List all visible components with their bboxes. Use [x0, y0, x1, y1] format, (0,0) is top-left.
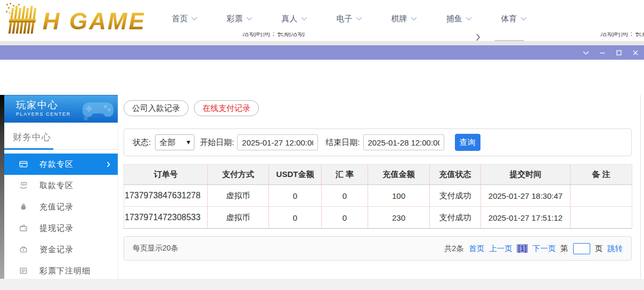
window-dropdown-button[interactable] — [583, 49, 589, 57]
chevron-down-icon — [356, 17, 362, 21]
hand-money-icon — [19, 181, 28, 190]
sidebar-subtitle: PLAYERS CENTER — [16, 111, 71, 117]
sidebar-item-deposit[interactable]: 存款专区 — [4, 154, 118, 175]
left-shadow-strip — [0, 95, 4, 279]
app-window: H GAME 首页 彩票 真人 电子 棋牌 — [0, 0, 644, 290]
total-count: 共2条 — [444, 244, 464, 254]
start-date-input[interactable] — [237, 134, 318, 150]
cell-recharge-status: 支付成功 — [430, 185, 481, 207]
window-close-button[interactable] — [632, 49, 639, 57]
column-header-usdt-amount: USDT金额 — [269, 165, 322, 185]
end-date-input[interactable] — [363, 134, 444, 150]
page-size-text: 每页显示20条 — [133, 244, 178, 253]
column-header-exchange-rate: 汇 率 — [322, 165, 368, 185]
column-header-order-id: 订单号 — [124, 165, 208, 185]
status-label: 状态: — [133, 138, 151, 148]
logo-text: H GAME — [43, 8, 144, 34]
sidebar-item-funds-records[interactable]: 资金记录 — [4, 239, 118, 260]
cell-payment-method: 虚拟币 — [208, 185, 269, 207]
cell-payment-method: 虚拟币 — [208, 207, 269, 229]
search-button[interactable]: 查询 — [455, 134, 480, 151]
chevron-down-icon — [191, 17, 198, 21]
end-date-label: 结束日期: — [325, 138, 360, 148]
sidebar-item-withdraw[interactable]: 取款专区 — [4, 175, 118, 196]
site-header: H GAME 首页 彩票 真人 电子 棋牌 — [0, 0, 644, 37]
gamepad-icon — [81, 97, 115, 122]
table-row: 1737971472308533 虚拟币 0 0 230 支付成功 2025-0… — [124, 207, 632, 229]
records-table: 订单号 支付方式 USDT金额 汇 率 充值金额 充值状态 提交时间 备 注 1… — [124, 164, 632, 229]
page-next-link[interactable]: 下一页 — [533, 244, 556, 254]
pagination-bar: 每页显示20条 共2条 首页 上一页 [1] 下一页 第 页 跳转 — [124, 236, 632, 261]
sidebar-section-underline — [4, 148, 118, 150]
background-banner-text: 活动时间：长期活动 — [242, 33, 322, 39]
chevron-down-icon — [583, 51, 589, 55]
sidebar-header: 玩家中心 PLAYERS CENTER — [4, 95, 118, 123]
player-center-sidebar: 玩家中心 PLAYERS CENTER 财务中心 存款专区 — [4, 95, 118, 279]
filter-bar: 状态: 全部 ▼ 开始日期: 结束日期: 查询 — [124, 128, 632, 156]
column-header-recharge-amount: 充值金额 — [368, 165, 430, 185]
page-jump-button[interactable]: 跳转 — [607, 244, 623, 254]
chevron-down-icon — [411, 17, 417, 21]
table-row: 1737973847631278 虚拟币 0 0 100 支付成功 2025-0… — [124, 185, 632, 207]
chevron-right-icon — [107, 162, 110, 167]
panel-right-border — [640, 95, 641, 279]
chevron-right-icon — [476, 34, 480, 41]
cell-exchange-rate: 0 — [322, 185, 368, 207]
money-bag-icon — [19, 203, 28, 211]
chevron-down-icon — [520, 17, 527, 21]
chevron-down-icon — [246, 17, 252, 21]
main-nav: 首页 彩票 真人 电子 棋牌 捕鱼 — [157, 0, 541, 37]
window-minimize-button[interactable] — [599, 49, 606, 57]
cell-submit-time: 2025-01-27 17:51:12 — [481, 207, 570, 229]
nav-item-lottery[interactable]: 彩票 — [212, 0, 267, 37]
window-maximize-button[interactable] — [616, 49, 622, 57]
sidebar-item-lottery-bets[interactable]: 彩票下注明细 — [4, 260, 118, 281]
cell-usdt-amount: 0 — [269, 185, 322, 207]
bank-card-icon — [19, 160, 28, 168]
chevron-down-icon — [466, 17, 472, 21]
modal-titlebar[interactable] — [0, 45, 644, 60]
table-header-row: 订单号 支付方式 USDT金额 汇 率 充值金额 充值状态 提交时间 备 注 — [124, 165, 632, 185]
nav-item-home[interactable]: 首页 — [157, 0, 212, 37]
page-jump-input[interactable] — [573, 243, 590, 254]
column-header-remark: 备 注 — [570, 165, 632, 185]
cell-remark — [570, 207, 632, 229]
maximize-icon — [616, 50, 622, 56]
cell-remark — [570, 185, 632, 207]
record-tabs: 公司入款记录 在线支付记录 — [124, 100, 632, 116]
column-header-payment-method: 支付方式 — [208, 165, 269, 185]
column-header-recharge-status: 充值状态 — [430, 165, 481, 185]
chevron-down-icon — [301, 17, 307, 21]
nav-item-sports[interactable]: 体育 — [486, 0, 541, 37]
page-first-link[interactable]: 首页 — [469, 244, 484, 254]
page-prev-link[interactable]: 上一页 — [489, 244, 512, 254]
minimize-icon — [599, 50, 606, 56]
background-banner-text: 活动时间：长期活动 — [600, 33, 644, 39]
column-header-submit-time: 提交时间 — [481, 165, 570, 185]
sidebar-item-withdrawal-records[interactable]: 提现记录 — [4, 218, 118, 239]
site-logo[interactable]: H GAME — [4, 2, 144, 38]
nav-item-live[interactable]: 真人 — [267, 0, 322, 37]
page-current: [1] — [517, 244, 527, 253]
tab-company-deposit-records[interactable]: 公司入款记录 — [124, 100, 189, 116]
start-date-label: 开始日期: — [200, 138, 234, 148]
tab-online-payment-records[interactable]: 在线支付记录 — [194, 100, 259, 116]
nav-item-fishing[interactable]: 捕鱼 — [431, 0, 486, 37]
select-caret-icon: ▼ — [186, 140, 190, 145]
wallet-icon — [19, 224, 28, 232]
logo-stripes-icon: H GAME — [4, 2, 144, 36]
sidebar-section-title: 财务中心 — [13, 131, 118, 143]
cell-order-id: 1737973847631278 — [124, 185, 208, 207]
cell-recharge-status: 支付成功 — [430, 207, 481, 229]
cell-recharge-amount: 100 — [368, 185, 430, 207]
close-icon — [632, 50, 639, 56]
status-select[interactable]: 全部 ▼ — [155, 134, 194, 150]
nav-item-slots[interactable]: 电子 — [322, 0, 377, 37]
nav-item-chess[interactable]: 棋牌 — [377, 0, 431, 37]
sidebar-item-recharge-records[interactable]: 充值记录 — [4, 196, 118, 218]
jump-prefix-label: 第 — [560, 244, 568, 254]
sidebar-menu: 存款专区 取款专区 充值记录 — [4, 154, 118, 281]
purse-icon — [19, 245, 28, 254]
status-select-value: 全部 — [159, 138, 186, 148]
cell-submit-time: 2025-01-27 18:30:47 — [481, 185, 570, 207]
